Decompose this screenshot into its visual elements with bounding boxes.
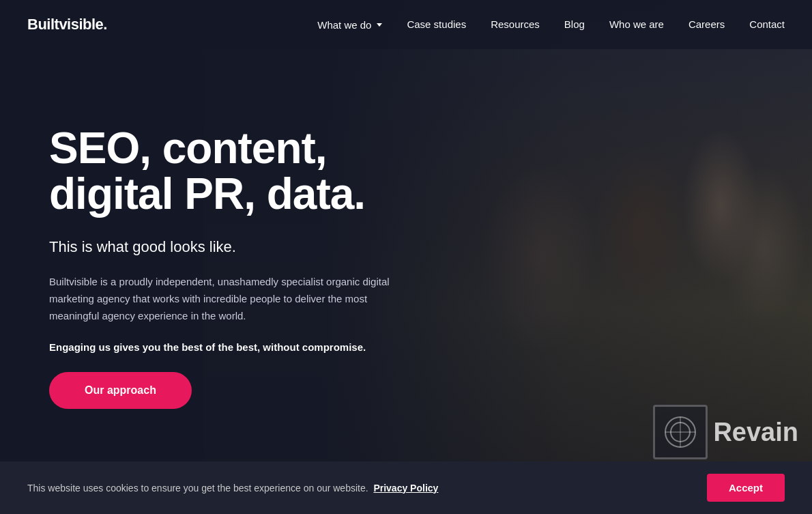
hero-content: SEO, content, digital PR, data. This is …: [0, 126, 437, 408]
hero-subheadline: This is what good looks like.: [49, 237, 437, 258]
nav-item-careers[interactable]: Careers: [688, 18, 725, 31]
logo[interactable]: Builtvisible.: [27, 16, 107, 33]
hero-headline: SEO, content, digital PR, data.: [49, 126, 437, 217]
nav-item-blog[interactable]: Blog: [564, 18, 585, 31]
nav-item-resources[interactable]: Resources: [491, 18, 540, 31]
revain-label: Revain: [713, 418, 798, 447]
cookie-message: This website uses cookies to ensure you …: [27, 483, 696, 494]
nav-item-case-studies[interactable]: Case studies: [407, 18, 466, 31]
cookie-banner: This website uses cookies to ensure you …: [0, 461, 812, 514]
cookie-accept-button[interactable]: Accept: [707, 474, 785, 502]
nav-item-contact[interactable]: Contact: [749, 18, 785, 31]
our-approach-button[interactable]: Our approach: [49, 372, 192, 409]
nav-item-who-we-are[interactable]: Who we are: [609, 18, 664, 31]
privacy-policy-link[interactable]: Privacy Policy: [373, 483, 438, 494]
revain-badge: Revain: [653, 405, 798, 459]
revain-icon: [653, 405, 708, 459]
main-nav: Builtvisible. What we do Case studies Re…: [0, 0, 812, 49]
hero-body-text: Builtvisible is a proudly independent, u…: [49, 274, 390, 324]
chevron-down-icon: [377, 23, 382, 27]
nav-item-what-we-do[interactable]: What we do: [317, 19, 382, 31]
hero-cta-text: Engaging us gives you the best of the be…: [49, 341, 437, 353]
